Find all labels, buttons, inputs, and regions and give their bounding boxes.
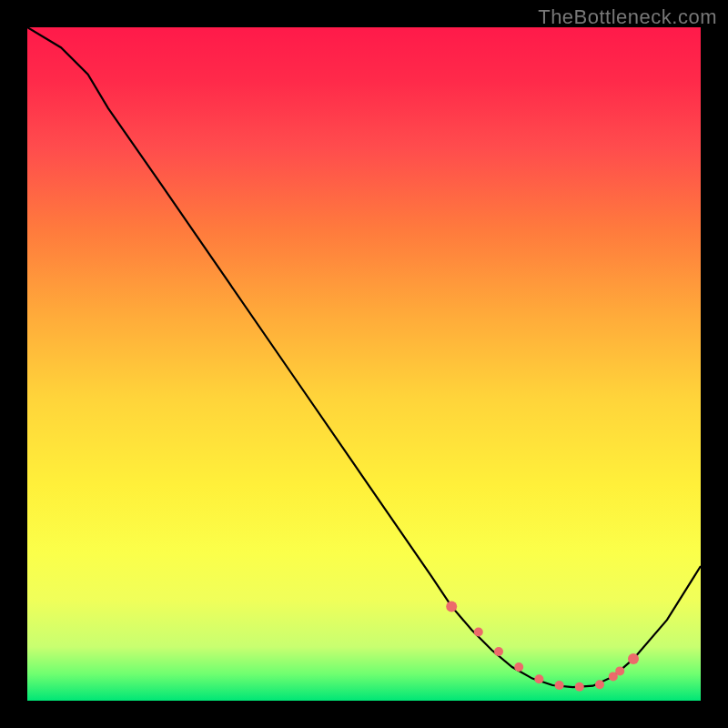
sweet-spot-point (575, 682, 584, 692)
bottleneck-curve (27, 27, 701, 687)
sweet-spot-point (628, 653, 639, 664)
sweet-spot-point (446, 601, 457, 612)
sweet-spot-point (494, 647, 503, 656)
watermark-text: TheBottleneck.com (538, 5, 717, 29)
sweet-spot-point (615, 666, 624, 675)
sweet-spot-point (595, 680, 604, 689)
sweet-spot-markers (446, 601, 639, 691)
sweet-spot-point (514, 662, 523, 672)
sweet-spot-point (534, 674, 543, 683)
curve-overlay (27, 27, 701, 701)
sweet-spot-point (474, 628, 483, 637)
sweet-spot-point (555, 681, 564, 690)
